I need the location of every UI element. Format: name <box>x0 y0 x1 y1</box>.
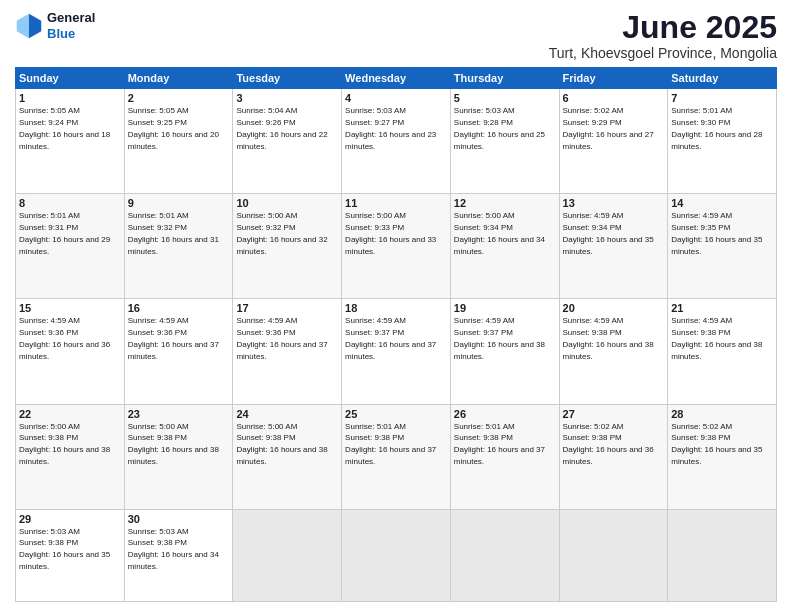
calendar-cell: 17Sunrise: 4:59 AMSunset: 9:36 PMDayligh… <box>233 299 342 404</box>
day-number: 19 <box>454 302 556 314</box>
col-header-monday: Monday <box>124 68 233 89</box>
calendar-cell: 19Sunrise: 4:59 AMSunset: 9:37 PMDayligh… <box>450 299 559 404</box>
calendar-cell: 22Sunrise: 5:00 AMSunset: 9:38 PMDayligh… <box>16 404 125 509</box>
title-block: June 2025 Turt, Khoevsgoel Province, Mon… <box>549 10 777 61</box>
logo-blue: Blue <box>47 26 75 41</box>
calendar-cell: 23Sunrise: 5:00 AMSunset: 9:38 PMDayligh… <box>124 404 233 509</box>
calendar-cell <box>668 509 777 601</box>
calendar-cell: 2Sunrise: 5:05 AMSunset: 9:25 PMDaylight… <box>124 89 233 194</box>
day-number: 25 <box>345 408 447 420</box>
cell-text: Sunrise: 4:59 AMSunset: 9:34 PMDaylight:… <box>563 211 654 255</box>
calendar-week-row: 1Sunrise: 5:05 AMSunset: 9:24 PMDaylight… <box>16 89 777 194</box>
day-number: 14 <box>671 197 773 209</box>
calendar-header-row: SundayMondayTuesdayWednesdayThursdayFrid… <box>16 68 777 89</box>
calendar-cell <box>450 509 559 601</box>
day-number: 10 <box>236 197 338 209</box>
calendar-cell: 26Sunrise: 5:01 AMSunset: 9:38 PMDayligh… <box>450 404 559 509</box>
calendar-cell: 28Sunrise: 5:02 AMSunset: 9:38 PMDayligh… <box>668 404 777 509</box>
cell-text: Sunrise: 5:02 AMSunset: 9:38 PMDaylight:… <box>563 422 654 466</box>
day-number: 3 <box>236 92 338 104</box>
calendar-cell: 6Sunrise: 5:02 AMSunset: 9:29 PMDaylight… <box>559 89 668 194</box>
day-number: 28 <box>671 408 773 420</box>
calendar-cell: 11Sunrise: 5:00 AMSunset: 9:33 PMDayligh… <box>342 194 451 299</box>
calendar-cell: 5Sunrise: 5:03 AMSunset: 9:28 PMDaylight… <box>450 89 559 194</box>
cell-text: Sunrise: 4:59 AMSunset: 9:36 PMDaylight:… <box>128 316 219 360</box>
cell-text: Sunrise: 4:59 AMSunset: 9:38 PMDaylight:… <box>671 316 762 360</box>
calendar-cell: 15Sunrise: 4:59 AMSunset: 9:36 PMDayligh… <box>16 299 125 404</box>
cell-text: Sunrise: 5:02 AMSunset: 9:29 PMDaylight:… <box>563 106 654 150</box>
day-number: 15 <box>19 302 121 314</box>
calendar-cell: 27Sunrise: 5:02 AMSunset: 9:38 PMDayligh… <box>559 404 668 509</box>
logo-general: General <box>47 10 95 25</box>
cell-text: Sunrise: 5:01 AMSunset: 9:30 PMDaylight:… <box>671 106 762 150</box>
cell-text: Sunrise: 5:00 AMSunset: 9:38 PMDaylight:… <box>236 422 327 466</box>
calendar-cell: 7Sunrise: 5:01 AMSunset: 9:30 PMDaylight… <box>668 89 777 194</box>
day-number: 4 <box>345 92 447 104</box>
calendar-cell: 25Sunrise: 5:01 AMSunset: 9:38 PMDayligh… <box>342 404 451 509</box>
cell-text: Sunrise: 5:01 AMSunset: 9:32 PMDaylight:… <box>128 211 219 255</box>
calendar-cell: 18Sunrise: 4:59 AMSunset: 9:37 PMDayligh… <box>342 299 451 404</box>
page: General Blue June 2025 Turt, Khoevsgoel … <box>0 0 792 612</box>
calendar-cell: 3Sunrise: 5:04 AMSunset: 9:26 PMDaylight… <box>233 89 342 194</box>
cell-text: Sunrise: 5:00 AMSunset: 9:38 PMDaylight:… <box>128 422 219 466</box>
day-number: 30 <box>128 513 230 525</box>
day-number: 5 <box>454 92 556 104</box>
calendar-cell: 10Sunrise: 5:00 AMSunset: 9:32 PMDayligh… <box>233 194 342 299</box>
day-number: 16 <box>128 302 230 314</box>
col-header-tuesday: Tuesday <box>233 68 342 89</box>
cell-text: Sunrise: 5:00 AMSunset: 9:34 PMDaylight:… <box>454 211 545 255</box>
calendar-cell: 9Sunrise: 5:01 AMSunset: 9:32 PMDaylight… <box>124 194 233 299</box>
col-header-sunday: Sunday <box>16 68 125 89</box>
day-number: 17 <box>236 302 338 314</box>
cell-text: Sunrise: 5:02 AMSunset: 9:38 PMDaylight:… <box>671 422 762 466</box>
day-number: 1 <box>19 92 121 104</box>
calendar-cell: 12Sunrise: 5:00 AMSunset: 9:34 PMDayligh… <box>450 194 559 299</box>
cell-text: Sunrise: 5:03 AMSunset: 9:38 PMDaylight:… <box>19 527 110 571</box>
day-number: 24 <box>236 408 338 420</box>
day-number: 7 <box>671 92 773 104</box>
day-number: 18 <box>345 302 447 314</box>
cell-text: Sunrise: 4:59 AMSunset: 9:37 PMDaylight:… <box>345 316 436 360</box>
month-title: June 2025 <box>549 10 777 45</box>
calendar-week-row: 15Sunrise: 4:59 AMSunset: 9:36 PMDayligh… <box>16 299 777 404</box>
calendar-cell <box>559 509 668 601</box>
col-header-thursday: Thursday <box>450 68 559 89</box>
logo: General Blue <box>15 10 95 41</box>
day-number: 12 <box>454 197 556 209</box>
svg-marker-3 <box>17 13 29 38</box>
calendar-cell: 13Sunrise: 4:59 AMSunset: 9:34 PMDayligh… <box>559 194 668 299</box>
cell-text: Sunrise: 4:59 AMSunset: 9:35 PMDaylight:… <box>671 211 762 255</box>
cell-text: Sunrise: 5:01 AMSunset: 9:38 PMDaylight:… <box>454 422 545 466</box>
day-number: 2 <box>128 92 230 104</box>
cell-text: Sunrise: 4:59 AMSunset: 9:36 PMDaylight:… <box>236 316 327 360</box>
cell-text: Sunrise: 4:59 AMSunset: 9:36 PMDaylight:… <box>19 316 110 360</box>
calendar-week-row: 8Sunrise: 5:01 AMSunset: 9:31 PMDaylight… <box>16 194 777 299</box>
day-number: 21 <box>671 302 773 314</box>
calendar-table: SundayMondayTuesdayWednesdayThursdayFrid… <box>15 67 777 602</box>
cell-text: Sunrise: 5:01 AMSunset: 9:31 PMDaylight:… <box>19 211 110 255</box>
col-header-wednesday: Wednesday <box>342 68 451 89</box>
calendar-cell: 29Sunrise: 5:03 AMSunset: 9:38 PMDayligh… <box>16 509 125 601</box>
subtitle: Turt, Khoevsgoel Province, Mongolia <box>549 45 777 61</box>
day-number: 29 <box>19 513 121 525</box>
header: General Blue June 2025 Turt, Khoevsgoel … <box>15 10 777 61</box>
day-number: 11 <box>345 197 447 209</box>
day-number: 6 <box>563 92 665 104</box>
day-number: 23 <box>128 408 230 420</box>
calendar-cell: 20Sunrise: 4:59 AMSunset: 9:38 PMDayligh… <box>559 299 668 404</box>
day-number: 13 <box>563 197 665 209</box>
calendar-cell: 1Sunrise: 5:05 AMSunset: 9:24 PMDaylight… <box>16 89 125 194</box>
cell-text: Sunrise: 4:59 AMSunset: 9:38 PMDaylight:… <box>563 316 654 360</box>
calendar-cell: 16Sunrise: 4:59 AMSunset: 9:36 PMDayligh… <box>124 299 233 404</box>
calendar-cell: 14Sunrise: 4:59 AMSunset: 9:35 PMDayligh… <box>668 194 777 299</box>
calendar-cell: 21Sunrise: 4:59 AMSunset: 9:38 PMDayligh… <box>668 299 777 404</box>
col-header-saturday: Saturday <box>668 68 777 89</box>
calendar-cell: 8Sunrise: 5:01 AMSunset: 9:31 PMDaylight… <box>16 194 125 299</box>
cell-text: Sunrise: 5:04 AMSunset: 9:26 PMDaylight:… <box>236 106 327 150</box>
logo-text: General Blue <box>47 10 95 41</box>
cell-text: Sunrise: 5:01 AMSunset: 9:38 PMDaylight:… <box>345 422 436 466</box>
cell-text: Sunrise: 5:05 AMSunset: 9:25 PMDaylight:… <box>128 106 219 150</box>
day-number: 8 <box>19 197 121 209</box>
calendar-week-row: 29Sunrise: 5:03 AMSunset: 9:38 PMDayligh… <box>16 509 777 601</box>
day-number: 27 <box>563 408 665 420</box>
